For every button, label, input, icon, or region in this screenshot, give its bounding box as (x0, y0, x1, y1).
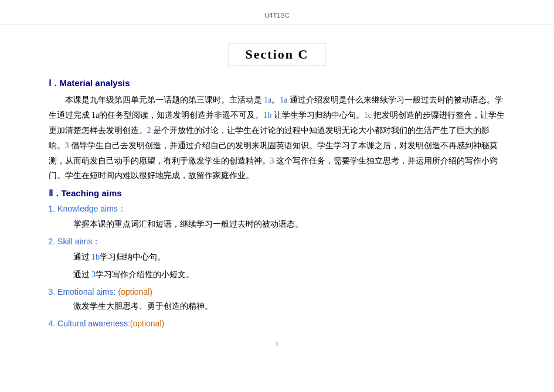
skill-aims-sub2: 通过 3学习写作介绍性的小短文。 (49, 267, 506, 282)
knowledge-aims-label: Knowledge aims (57, 204, 118, 213)
cultural-awareness-optional: (optional) (130, 319, 164, 328)
skill-aims-number: 2. (49, 237, 56, 246)
cultural-awareness-number: 4. (49, 319, 56, 328)
cultural-awareness-label: Cultural awareness: (57, 319, 130, 328)
header-label: U4T1SC (264, 12, 289, 19)
emotional-aims-heading: 3. Emotional aims: (optional) (49, 287, 506, 296)
skill-ref-1b: 1b (91, 253, 100, 261)
inline-ref-2: 2 (147, 126, 151, 135)
content-area: Section C Ⅰ．Material analysis 本课是九年级第四单元… (49, 31, 506, 360)
section-title-box: Section C (229, 43, 326, 66)
cultural-awareness-heading: 4. Cultural awareness:(optional) (49, 319, 506, 328)
inline-ref-1b: 1b (263, 111, 271, 120)
material-analysis-heading: Ⅰ．Material analysis (49, 78, 506, 89)
skill-ref-3: 3 (91, 270, 96, 279)
inline-ref-3b: 3 (270, 156, 274, 165)
knowledge-aims-colon: ： (118, 204, 126, 213)
inline-ref-1a-first: 1a (264, 96, 271, 104)
skill-aims-colon: ： (92, 237, 100, 246)
material-analysis-paragraph: 本课是九年级第四单元第一话题的第三课时。主活动是 1a。1a 通过介绍发明是什么… (49, 93, 506, 183)
page-number: 1 (49, 340, 506, 360)
knowledge-aims-heading: 1. Knowledge aims： (49, 204, 506, 214)
inline-ref-1c: 1c (364, 111, 372, 120)
inline-ref-1a-second: 1a (280, 96, 287, 104)
section-title-container: Section C (49, 43, 506, 66)
knowledge-aims-number: 1. (49, 204, 56, 213)
knowledge-aims-content: 掌握本课的重点词汇和短语，继续学习一般过去时的被动语态。 (49, 217, 506, 232)
skill-aims-label: Skill aims (57, 237, 92, 246)
teaching-aims-heading: Ⅱ．Teaching aims (49, 188, 506, 199)
emotional-aims-number: 3. (49, 287, 56, 296)
header-area: U4T1SC (0, 0, 554, 25)
emotional-aims-content: 激发学生大胆思考、勇于创造的精神。 (49, 299, 506, 314)
inline-ref-3a: 3 (65, 141, 69, 150)
emotional-aims-label: Emotional aims: (57, 287, 116, 296)
emotional-aims-optional: (optional) (116, 287, 152, 296)
skill-aims-sub1: 通过 1b学习归纳中心句。 (49, 250, 506, 265)
page-container: U4T1SC Section C Ⅰ．Material analysis 本课是… (0, 0, 554, 392)
skill-aims-heading: 2. Skill aims： (49, 237, 506, 247)
